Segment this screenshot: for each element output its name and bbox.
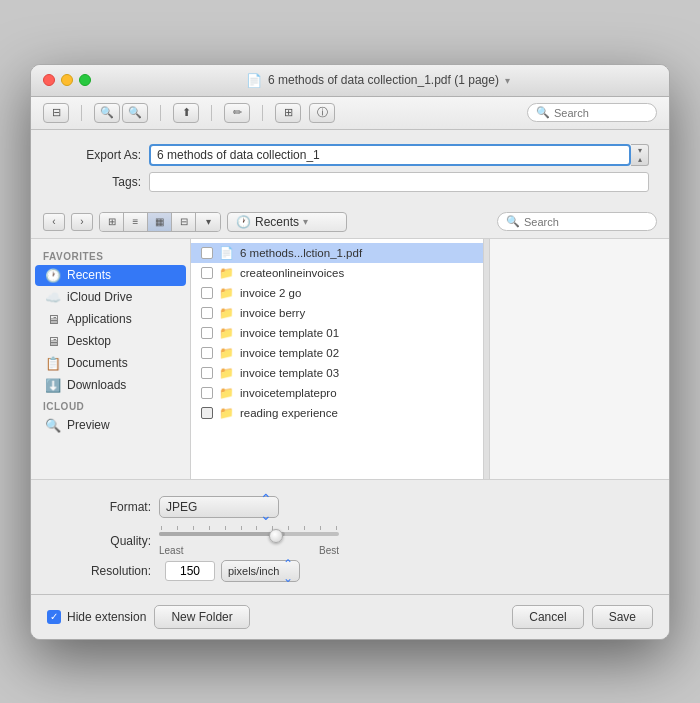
file-name: invoicetemplatepro [240, 387, 337, 399]
location-chevron-icon: ▾ [303, 216, 308, 227]
save-button[interactable]: Save [592, 605, 653, 629]
sidebar-item-desktop[interactable]: 🖥 Desktop [35, 331, 186, 352]
quality-row: Quality: [51, 526, 649, 556]
file-item-pdf[interactable]: 📄 6 methods...lction_1.pdf [191, 243, 483, 263]
annotate-button[interactable]: ✏ [224, 103, 250, 123]
view-columns-button[interactable]: ▦ [148, 213, 172, 231]
file-item-invoiceberry[interactable]: 📁 invoice berry [191, 303, 483, 323]
toolbar-separator [81, 105, 82, 121]
new-folder-button[interactable]: New Folder [154, 605, 249, 629]
view-gallery-button[interactable]: ⊟ [172, 213, 196, 231]
toolbar-separator-4 [262, 105, 263, 121]
quality-labels: Least Best [159, 545, 339, 556]
right-panel [489, 239, 669, 479]
format-label: Format: [51, 500, 151, 514]
maximize-button[interactable] [79, 74, 91, 86]
view-more-button[interactable]: ▾ [196, 213, 220, 231]
sidebar-item-documents[interactable]: 📋 Documents [35, 353, 186, 374]
file-name: invoice template 03 [240, 367, 339, 379]
cancel-button[interactable]: Cancel [512, 605, 583, 629]
icloud-label: iCloud [31, 397, 190, 414]
folder-icon: 📁 [219, 266, 234, 280]
nav-forward-button[interactable]: › [71, 213, 93, 231]
folder-icon: 📁 [219, 386, 234, 400]
traffic-lights [43, 74, 91, 86]
file-item-invoice-template-02[interactable]: 📁 invoice template 02 [191, 343, 483, 363]
file-name: invoice berry [240, 307, 305, 319]
nav-search-box: 🔍 [497, 212, 657, 231]
preview-icon: 🔍 [45, 418, 61, 433]
file-item-invoicetemplatepro[interactable]: 📁 invoicetemplatepro [191, 383, 483, 403]
file-checkbox[interactable] [201, 347, 213, 359]
desktop-icon: 🖥 [45, 334, 61, 349]
nav-search-input[interactable] [524, 216, 648, 228]
sidebar-documents-label: Documents [67, 356, 128, 370]
file-item-reading-experience[interactable]: 📁 reading experience [191, 403, 483, 423]
tools-button[interactable]: ⊞ [275, 103, 301, 123]
file-name: invoice template 02 [240, 347, 339, 359]
close-button[interactable] [43, 74, 55, 86]
sidebar-item-downloads[interactable]: ⬇️ Downloads [35, 375, 186, 396]
sidebar-item-applications[interactable]: 🖥 Applications [35, 309, 186, 330]
toolbar-search-icon: 🔍 [536, 106, 550, 119]
resolution-input[interactable] [165, 561, 215, 581]
nav-search-icon: 🔍 [506, 215, 520, 228]
file-checkbox[interactable] [201, 327, 213, 339]
export-as-input[interactable] [149, 144, 631, 166]
sidebar-downloads-label: Downloads [67, 378, 126, 392]
downloads-icon: ⬇️ [45, 378, 61, 393]
quality-best-label: Best [319, 545, 339, 556]
window-title: 6 methods of data collection_1.pdf (1 pa… [268, 73, 499, 87]
format-value: JPEG [166, 500, 256, 514]
documents-icon: 📋 [45, 356, 61, 371]
minimize-button[interactable] [61, 74, 73, 86]
view-list-button[interactable]: ≡ [124, 213, 148, 231]
folder-icon: 📁 [219, 346, 234, 360]
file-checkbox[interactable] [201, 367, 213, 379]
bottom-settings: Format: JPEG ⌃⌄ Quality: [31, 479, 669, 594]
toolbar-search-box: 🔍 [527, 103, 657, 122]
location-label: Recents [255, 215, 299, 229]
format-select[interactable]: JPEG ⌃⌄ [159, 496, 279, 518]
format-select-arrow-icon: ⌃⌄ [260, 491, 272, 523]
icloud-drive-icon: ☁️ [45, 290, 61, 305]
file-checkbox[interactable] [201, 407, 213, 419]
file-checkbox[interactable] [201, 307, 213, 319]
file-checkbox[interactable] [201, 267, 213, 279]
file-name: reading experience [240, 407, 338, 419]
quality-label: Quality: [51, 534, 151, 548]
file-pdf-icon: 📄 [219, 246, 234, 260]
file-item-createonlineinvoices[interactable]: 📁 createonlineinvoices [191, 263, 483, 283]
location-dropdown[interactable]: 🕐 Recents ▾ [227, 212, 347, 232]
applications-icon: 🖥 [45, 312, 61, 327]
nav-back-button[interactable]: ‹ [43, 213, 65, 231]
info-button[interactable]: ⓘ [309, 103, 335, 123]
tags-label: Tags: [51, 175, 141, 189]
toolbar-search-input[interactable] [554, 107, 648, 119]
hide-extension-checkbox[interactable]: ✓ [47, 610, 61, 624]
file-name: 6 methods...lction_1.pdf [240, 247, 362, 259]
sidebar-item-icloud-drive[interactable]: ☁️ iCloud Drive [35, 287, 186, 308]
sidebar-recents-label: Recents [67, 268, 111, 282]
file-item-invoice-template-03[interactable]: 📁 invoice template 03 [191, 363, 483, 383]
export-as-arrow[interactable]: ▾▴ [631, 144, 649, 166]
sidebar-toggle-button[interactable]: ⊟ [43, 103, 69, 123]
resolution-unit-select[interactable]: pixels/inch ⌃⌄ [221, 560, 300, 582]
resolution-label: Resolution: [51, 564, 151, 578]
hide-extension-label[interactable]: ✓ Hide extension [47, 610, 146, 624]
file-checkbox[interactable] [201, 287, 213, 299]
bottom-bar: ✓ Hide extension New Folder Cancel Save [31, 594, 669, 639]
tags-input[interactable] [149, 172, 649, 192]
file-checkbox[interactable] [201, 387, 213, 399]
share-button[interactable]: ⬆ [173, 103, 199, 123]
sidebar-item-recents[interactable]: 🕐 Recents [35, 265, 186, 286]
file-item-invoice-template-01[interactable]: 📁 invoice template 01 [191, 323, 483, 343]
file-item-invoice2go[interactable]: 📁 invoice 2 go [191, 283, 483, 303]
zoom-out-button[interactable]: 🔍 [94, 103, 120, 123]
zoom-in-button[interactable]: 🔍 [122, 103, 148, 123]
quality-slider-thumb[interactable] [269, 529, 283, 543]
file-checkbox[interactable] [201, 247, 213, 259]
view-icon-button[interactable]: ⊞ [100, 213, 124, 231]
content-area: Favorites 🕐 Recents ☁️ iCloud Drive 🖥 Ap… [31, 239, 669, 479]
sidebar-item-preview[interactable]: 🔍 Preview [35, 415, 186, 436]
